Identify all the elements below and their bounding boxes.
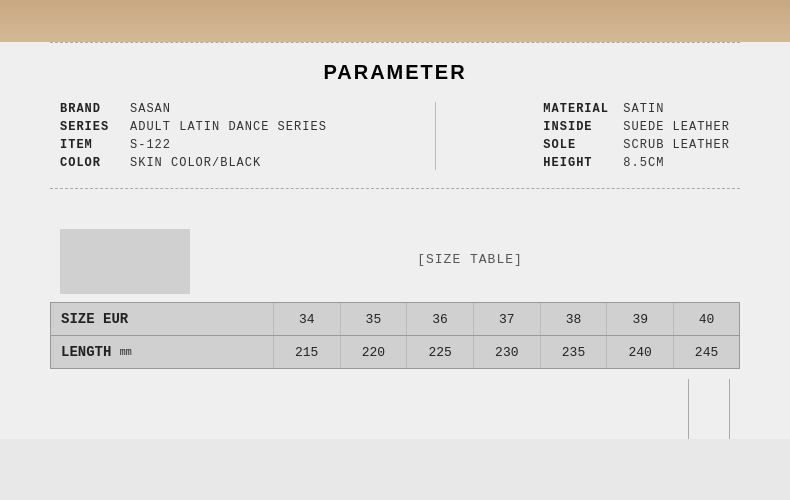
param-row-material: MATERIAL SATIN bbox=[543, 102, 730, 116]
params-right: MATERIAL SATIN INSIDE SUEDE LEATHER SOLE… bbox=[543, 102, 730, 170]
item-value: S-122 bbox=[130, 138, 171, 152]
length-225: 225 bbox=[407, 336, 474, 369]
inside-label: INSIDE bbox=[543, 120, 623, 134]
param-row-sole: SOLE SCRUB LEATHER bbox=[543, 138, 730, 152]
param-row-brand: BRAND SASAN bbox=[60, 102, 327, 116]
series-label: SERIES bbox=[60, 120, 130, 134]
size-40: 40 bbox=[674, 303, 739, 336]
length-245: 245 bbox=[674, 336, 739, 369]
length-235: 235 bbox=[540, 336, 607, 369]
param-row-color: COLOR SKIN COLOR/BLACK bbox=[60, 156, 327, 170]
size-eur-header: SIZE EUR bbox=[51, 303, 273, 336]
parameters-grid: BRAND SASAN SERIES ADULT LATIN DANCE SER… bbox=[40, 102, 750, 180]
bottom-line-right bbox=[729, 379, 730, 439]
item-label: ITEM bbox=[60, 138, 130, 152]
top-product-image bbox=[0, 0, 790, 42]
series-value: ADULT LATIN DANCE SERIES bbox=[130, 120, 327, 134]
parameter-title: PARAMETER bbox=[40, 43, 750, 102]
product-thumb bbox=[60, 229, 190, 294]
params-divider bbox=[435, 102, 436, 170]
size-37: 37 bbox=[473, 303, 540, 336]
size-table-wrapper: SIZE EUR 34 35 36 37 38 39 40 LENGTH mm … bbox=[50, 302, 740, 369]
bottom-line-left bbox=[688, 379, 689, 439]
sole-value: SCRUB LEATHER bbox=[623, 138, 730, 152]
size-label-img-row: [SIZE TABLE] bbox=[40, 211, 750, 302]
size-36: 36 bbox=[407, 303, 474, 336]
bottom-lines bbox=[40, 369, 750, 439]
length-220: 220 bbox=[340, 336, 407, 369]
inside-value: SUEDE LEATHER bbox=[623, 120, 730, 134]
size-table: SIZE EUR 34 35 36 37 38 39 40 LENGTH mm … bbox=[51, 303, 739, 368]
size-34: 34 bbox=[273, 303, 340, 336]
main-content: PARAMETER BRAND SASAN SERIES ADULT LATIN… bbox=[0, 42, 790, 439]
param-row-height: HEIGHT 8.5CM bbox=[543, 156, 730, 170]
material-value: SATIN bbox=[623, 102, 664, 116]
size-39: 39 bbox=[607, 303, 674, 336]
length-header: LENGTH mm bbox=[51, 336, 273, 369]
brand-label: BRAND bbox=[60, 102, 130, 116]
params-left: BRAND SASAN SERIES ADULT LATIN DANCE SER… bbox=[60, 102, 327, 170]
param-row-item: ITEM S-122 bbox=[60, 138, 327, 152]
length-240: 240 bbox=[607, 336, 674, 369]
length-230: 230 bbox=[473, 336, 540, 369]
color-label: COLOR bbox=[60, 156, 130, 170]
color-value: SKIN COLOR/BLACK bbox=[130, 156, 261, 170]
height-value: 8.5CM bbox=[623, 156, 664, 170]
size-38: 38 bbox=[540, 303, 607, 336]
length-215: 215 bbox=[273, 336, 340, 369]
brand-value: SASAN bbox=[130, 102, 171, 116]
size-35: 35 bbox=[340, 303, 407, 336]
size-eur-row: SIZE EUR 34 35 36 37 38 39 40 bbox=[51, 303, 739, 336]
size-table-label: [SIZE TABLE] bbox=[417, 252, 523, 267]
material-label: MATERIAL bbox=[543, 102, 623, 116]
length-row: LENGTH mm 215 220 225 230 235 240 245 bbox=[51, 336, 739, 369]
sole-label: SOLE bbox=[543, 138, 623, 152]
size-table-label-row: [SIZE TABLE] bbox=[210, 250, 730, 274]
param-row-inside: INSIDE SUEDE LEATHER bbox=[543, 120, 730, 134]
height-label: HEIGHT bbox=[543, 156, 623, 170]
param-row-series: SERIES ADULT LATIN DANCE SERIES bbox=[60, 120, 327, 134]
